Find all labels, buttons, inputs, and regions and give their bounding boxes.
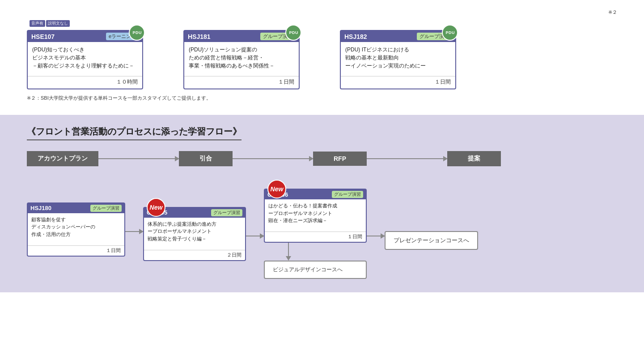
card-code-hse107: HSE107 — [31, 33, 55, 40]
card-type-hsj180: グループ演習 — [90, 205, 122, 212]
card-title-hsj180: 顧客協創を促すディスカッションペーパーの作成・活用の仕方 — [31, 217, 95, 237]
arrow-3 — [367, 236, 385, 236]
ref-box-presentation: プレゼンテーションコースへ — [385, 231, 478, 250]
card-duration-hsj181: １日間 — [278, 79, 294, 85]
card-body-ctj306: はかどる・伝わる！提案書作成ーブロポーザルマネジメント顕在・潜在ニーズ訴求編－ — [265, 199, 366, 230]
card-footer-hsj181: １日間 — [184, 76, 299, 88]
process-step-0: アカウントプラン — [27, 151, 98, 166]
card-footer-hse107: １０時間 — [28, 76, 142, 88]
card-title-hse107: (PDU)知っておくべきビジネスモデルの基本－顧客のビジネスをより理解するために… — [32, 46, 134, 69]
card-title-ctj305: 体系的に学ぶ提案活動の進め方ーブロポーザルマネジメント戦略策定と骨子づくり編－ — [148, 221, 216, 241]
pdu-badge-hse107: P D U — [129, 25, 145, 41]
card-HSJ180: HSJ180 グループ演習 顧客協創を促すディスカッションペーパーの作成・活用の… — [27, 202, 125, 257]
footnote: ※２：SBI大学院大学が提供する単科コースを一部カスタマイズしてご提供します。 — [27, 95, 617, 101]
top-section: ※２ 音声有 説明文なし P D U HSE107 eラーニング (PDU)知っ… — [0, 0, 644, 106]
process-step-1: 引合 — [179, 151, 233, 166]
pdu-badge-hsj181: P D U — [285, 25, 301, 41]
card-code-hsj182: HSJ182 — [344, 33, 367, 40]
audio-badge-1: 音声有 — [30, 20, 45, 27]
audio-badge-2: 説明文なし — [46, 20, 70, 27]
card-code-hsj181: HSJ181 — [188, 33, 211, 40]
card-duration-hse107: １０時間 — [116, 79, 138, 85]
new-badge-ctj306: New — [267, 180, 286, 198]
audio-badges: 音声有 説明文なし — [30, 20, 70, 27]
card-title-ctj306: はかどる・伝わる！提案書作成ーブロポーザルマネジメント顕在・潜在ニーズ訴求編－ — [268, 203, 337, 223]
card-code-hsj180: HSJ180 — [30, 205, 51, 211]
process-step-3: 提案 — [447, 151, 501, 166]
card-footer-hsj180: １日間 — [28, 245, 124, 256]
ref-box-visual: ビジュアルデザインコースへ — [264, 261, 367, 279]
card-header-hsj180: HSJ180 グループ演習 — [28, 203, 124, 213]
card-footer-hsj182: １日間 — [341, 76, 455, 88]
card-body-ctj305: 体系的に学ぶ提案活動の進め方ーブロポーザルマネジメント戦略策定と骨子づくり編－ — [144, 218, 245, 248]
flow-item-hsj180: HSJ180 グループ演習 顧客協創を促すディスカッションペーパーの作成・活用の… — [27, 202, 125, 257]
courses-flow: HSJ180 グループ演習 顧客協創を促すディスカッションペーパーの作成・活用の… — [27, 180, 617, 279]
section-title: 《フロント営業活動のプロセスに添った学習フロー》 — [27, 126, 242, 140]
card-header-hsj182: HSJ182 グループ演習 — [341, 31, 455, 42]
card-header-hse107: HSE107 eラーニング — [28, 31, 142, 42]
ctj306-group: CTJ306 グループ演習 はかどる・伝わる！提案書作成ーブロポーザルマネジメン… — [264, 189, 367, 279]
card-HSE107: 音声有 説明文なし P D U HSE107 eラーニング (PDU)知っておく… — [27, 30, 143, 89]
bottom-section: 《フロント営業活動のプロセスに添った学習フロー》 アカウントプラン 引合 RFP — [0, 115, 644, 292]
card-title-hsj182: (PDU) ITビジネスにおける戦略の基本と最新動向ーイノベーション実現のために… — [345, 46, 426, 69]
card-duration-hsj182: １日間 — [435, 79, 451, 85]
new-badge-ctj305: New — [147, 198, 165, 217]
flow-item-ctj306: New CTJ306 グループ演習 はかどる・伝わる！提案書作成ーブロポーザルマ… — [264, 180, 367, 279]
note2-label: ※２ — [608, 9, 617, 16]
card-HSJ182: P D U HSJ182 グループ演習 (PDU) ITビジネスにおける戦略の基… — [340, 30, 456, 89]
flow-item-ctj305: New CTJ305 グループ演習 体系的に学ぶ提案活動の進め方ーブロポーザルマ… — [143, 198, 246, 261]
card-body-hsj182: (PDU) ITビジネスにおける戦略の基本と最新動向ーイノベーション実現のために… — [341, 42, 455, 73]
arrow-2 — [246, 236, 264, 236]
card-header-hsj181: HSJ181 グループ演習 — [184, 31, 299, 42]
card-body-hse107: (PDU)知っておくべきビジネスモデルの基本－顧客のビジネスをより理解するために… — [28, 42, 142, 73]
pdu-badge-hsj182: P D U — [442, 25, 458, 41]
v-arrow-visual — [277, 243, 300, 261]
card-type-ctj306: グループ演習 — [332, 191, 363, 198]
card-title-hsj181: (PDU)ソリューション提案のための経営と情報戦略－経営・事業・情報戦略のあるべ… — [189, 46, 275, 69]
card-footer-ctj306: １日間 — [265, 232, 366, 242]
process-step-2: RFP — [313, 152, 367, 166]
cards-row: 音声有 説明文なし P D U HSE107 eラーニング (PDU)知っておく… — [27, 17, 617, 89]
card-body-hsj180: 顧客協創を促すディスカッションペーパーの作成・活用の仕方 — [28, 213, 124, 244]
card-HSJ181: P D U HSJ181 グループ演習 (PDU)ソリューション提案のための経営… — [183, 30, 300, 89]
process-row: アカウントプラン 引合 RFP 提案 — [27, 151, 617, 166]
card-body-hsj181: (PDU)ソリューション提案のための経営と情報戦略－経営・事業・情報戦略のあるべ… — [184, 42, 299, 73]
card-footer-ctj305: ２日間 — [144, 250, 245, 260]
arrow-1 — [125, 231, 143, 232]
flow-item-presentation: プレゼンテーションコースへ — [385, 222, 478, 250]
card-type-ctj305: グループ演習 — [211, 209, 242, 216]
